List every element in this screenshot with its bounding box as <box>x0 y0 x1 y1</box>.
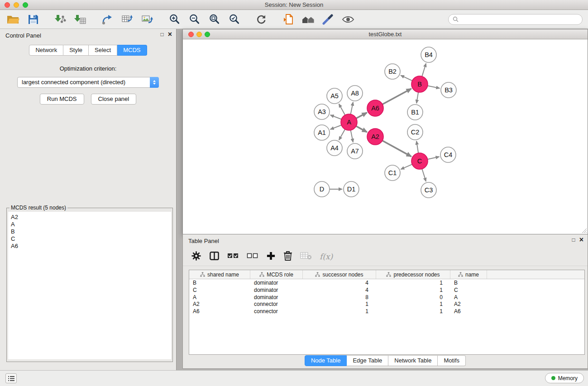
table-row[interactable]: A6connector11A6 <box>189 308 584 315</box>
deselect-all-button[interactable] <box>247 251 258 262</box>
network-minimize-button[interactable] <box>196 32 202 37</box>
task-history-button[interactable] <box>5 373 17 383</box>
new-network-button[interactable] <box>100 12 115 27</box>
node-B[interactable]: B <box>411 76 428 92</box>
resize-grip-icon[interactable] <box>582 228 587 234</box>
edge-A-A7[interactable] <box>351 130 353 143</box>
search-input[interactable] <box>461 16 578 23</box>
edge-A-A1[interactable] <box>330 125 342 129</box>
edge-C-C3[interactable] <box>422 169 426 181</box>
table-settings-button[interactable] <box>191 251 201 262</box>
tab-style[interactable]: Style <box>63 45 89 56</box>
add-column-button[interactable] <box>266 251 276 262</box>
zoom-in-button[interactable] <box>167 12 182 27</box>
float-panel-icon[interactable]: □ <box>160 31 163 38</box>
tab-network[interactable]: Network <box>29 45 63 56</box>
column-header-name[interactable]: name <box>450 270 487 279</box>
search-box[interactable] <box>448 14 583 25</box>
table-close-panel-icon[interactable]: × <box>579 237 583 243</box>
mcds-result-list[interactable]: A2ABCA6 <box>8 212 171 359</box>
zoom-fit-button[interactable] <box>206 12 222 27</box>
first-neighbors-button[interactable] <box>301 12 316 27</box>
node-A7[interactable]: A7 <box>347 143 363 159</box>
node-A5[interactable]: A5 <box>327 88 342 104</box>
result-item[interactable]: A6 <box>11 243 168 250</box>
edge-A-A5[interactable] <box>339 104 345 115</box>
node-C1[interactable]: C1 <box>385 165 400 181</box>
column-header-successor-nodes[interactable]: successor nodes <box>303 270 376 279</box>
tab-mcds[interactable]: MCDS <box>117 45 147 56</box>
column-header-predecessor-nodes[interactable]: predecessor nodes <box>376 270 450 279</box>
edge-A-A2[interactable] <box>356 126 367 132</box>
show-hide-button[interactable] <box>340 12 356 27</box>
close-window-button[interactable] <box>5 2 10 8</box>
node-B3[interactable]: B3 <box>441 82 456 98</box>
delete-column-button[interactable] <box>283 251 292 262</box>
tab-network-table[interactable]: Network Table <box>388 355 438 366</box>
result-item[interactable]: A <box>11 221 168 228</box>
network-window-titlebar[interactable]: testGlobe.txt <box>183 29 588 39</box>
node-B4[interactable]: B4 <box>421 47 436 62</box>
network-canvas[interactable]: B4B2BB3A5A8A6B1A3AA1C2A2A4A7C4CC1C3DD1 <box>183 39 588 234</box>
node-A1[interactable]: A1 <box>314 125 330 140</box>
delete-table-button[interactable] <box>300 251 312 262</box>
edge-B-B4[interactable] <box>422 63 426 76</box>
table-columns-button[interactable] <box>209 251 220 262</box>
tab-motifs[interactable]: Motifs <box>438 355 466 366</box>
result-item[interactable]: B <box>11 228 168 235</box>
close-panel-icon[interactable]: × <box>168 31 172 38</box>
edge-A-A6[interactable] <box>356 113 367 119</box>
tab-select[interactable]: Select <box>89 45 117 56</box>
network-close-button[interactable] <box>188 32 194 37</box>
node-C2[interactable]: C2 <box>407 124 423 140</box>
column-header-shared-name[interactable]: shared name <box>189 270 250 279</box>
open-session-button[interactable] <box>5 12 21 27</box>
edge-C-C4[interactable] <box>428 157 440 159</box>
node-C[interactable]: C <box>411 153 428 169</box>
save-session-button[interactable] <box>25 12 41 27</box>
node-B1[interactable]: B1 <box>407 105 423 120</box>
result-item[interactable]: C <box>11 235 168 243</box>
edge-A2-C[interactable] <box>382 141 411 157</box>
edge-C-C1[interactable] <box>401 164 412 169</box>
edge-A6-B[interactable] <box>382 89 411 104</box>
node-A3[interactable]: A3 <box>314 104 330 119</box>
refresh-button[interactable] <box>253 12 269 27</box>
node-A8[interactable]: A8 <box>347 86 363 101</box>
function-builder-button[interactable]: f(x) <box>320 252 333 261</box>
node-A6[interactable]: A6 <box>367 100 383 116</box>
close-panel-button[interactable]: Close panel <box>91 94 137 105</box>
zoom-out-button[interactable] <box>186 12 202 27</box>
memory-button[interactable]: Memory <box>545 373 584 383</box>
network-from-image-button[interactable] <box>139 12 155 27</box>
table-float-panel-icon[interactable]: □ <box>572 237 575 243</box>
import-network-button[interactable] <box>53 12 68 27</box>
result-item[interactable]: A2 <box>11 214 168 221</box>
edge-A-A8[interactable] <box>351 102 353 114</box>
node-D[interactable]: D <box>314 181 330 197</box>
table-row[interactable]: Adominator80A <box>189 294 584 301</box>
network-from-table-button[interactable] <box>120 12 135 27</box>
criterion-dropdown[interactable]: largest connected component (directed) <box>17 77 159 88</box>
tab-edge-table[interactable]: Edge Table <box>347 355 388 366</box>
node-D1[interactable]: D1 <box>344 181 359 197</box>
edge-B-B1[interactable] <box>416 92 418 103</box>
select-all-button[interactable] <box>227 251 239 262</box>
edge-B-B3[interactable] <box>428 86 440 88</box>
tab-node-table[interactable]: Node Table <box>305 355 347 366</box>
table-row[interactable]: A2connector11A2 <box>189 300 584 308</box>
zoom-window-button[interactable] <box>23 2 28 8</box>
node-A4[interactable]: A4 <box>327 140 342 156</box>
node-A[interactable]: A <box>341 114 357 130</box>
table-row[interactable]: Cdominator41C <box>189 286 584 294</box>
edge-A-A4[interactable] <box>339 129 345 140</box>
edge-A-A3[interactable] <box>330 115 342 119</box>
run-mcds-button[interactable]: Run MCDS <box>40 94 84 105</box>
apply-style-button[interactable] <box>320 12 336 27</box>
column-header-MCDS-role[interactable]: MCDS role <box>250 270 303 279</box>
node-C3[interactable]: C3 <box>421 182 436 198</box>
zoom-selected-button[interactable] <box>226 12 242 27</box>
table-row[interactable]: Bdominator41B <box>189 279 584 286</box>
node-A2[interactable]: A2 <box>367 129 383 145</box>
minimize-window-button[interactable] <box>14 2 19 8</box>
